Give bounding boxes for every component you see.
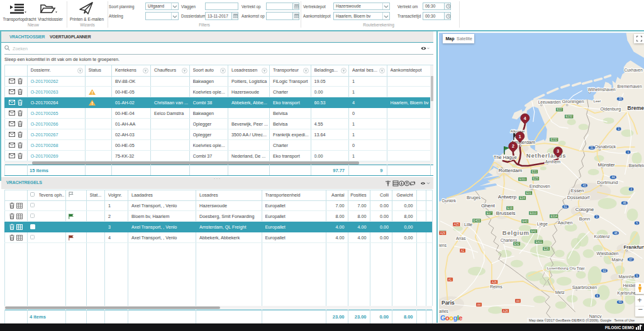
svg-text:A26: A26 bbox=[502, 309, 508, 312]
svg-text:E232: E232 bbox=[565, 115, 572, 118]
svg-text:A1: A1 bbox=[448, 278, 452, 281]
svg-text:Bremen: Bremen bbox=[627, 105, 644, 111]
svg-text:E313: E313 bbox=[530, 211, 536, 214]
svg-text:A4: A4 bbox=[477, 303, 480, 306]
svg-text:E411: E411 bbox=[535, 240, 542, 243]
svg-text:Leer: Leer bbox=[593, 99, 601, 103]
svg-text:Bielefeld: Bielefeld bbox=[628, 163, 644, 168]
svg-text:39: 39 bbox=[618, 97, 622, 100]
svg-text:Rotterdam: Rotterdam bbox=[498, 168, 522, 173]
svg-text:Bonn: Bonn bbox=[579, 215, 589, 221]
svg-text:Liège: Liège bbox=[536, 221, 547, 226]
svg-text:E22: E22 bbox=[557, 108, 562, 111]
svg-text:1: 1 bbox=[627, 150, 629, 153]
svg-text:63: 63 bbox=[602, 269, 606, 272]
svg-text:Essen: Essen bbox=[570, 187, 584, 193]
svg-text:Oldenburg: Oldenburg bbox=[600, 107, 621, 112]
svg-text:Antwerp: Antwerp bbox=[497, 193, 516, 199]
svg-text:E31: E31 bbox=[531, 170, 537, 173]
svg-text:43: 43 bbox=[582, 183, 586, 187]
svg-text:Aachen: Aachen bbox=[557, 220, 572, 224]
svg-text:Düsseldorf: Düsseldorf bbox=[567, 194, 590, 200]
svg-text:Wilhelmshaven: Wilhelmshaven bbox=[587, 87, 615, 92]
svg-text:The Hague: The Hague bbox=[493, 155, 516, 160]
svg-text:3: 3 bbox=[596, 215, 597, 218]
svg-text:3: 3 bbox=[557, 149, 559, 153]
svg-text:Wiesbaden: Wiesbaden bbox=[596, 251, 618, 255]
svg-text:Bruges: Bruges bbox=[466, 195, 480, 200]
svg-text:4: 4 bbox=[523, 116, 526, 120]
svg-text:A26: A26 bbox=[491, 280, 497, 283]
svg-text:45: 45 bbox=[623, 201, 626, 204]
svg-text:1: 1 bbox=[518, 134, 521, 138]
svg-text:Bremerhaven: Bremerhaven bbox=[617, 84, 641, 89]
svg-text:Luxembourg City: Luxembourg City bbox=[547, 265, 576, 269]
svg-text:A25: A25 bbox=[453, 222, 459, 225]
svg-text:E311: E311 bbox=[519, 177, 526, 180]
svg-text:A1: A1 bbox=[460, 249, 464, 252]
svg-text:2: 2 bbox=[630, 187, 632, 190]
svg-text:5: 5 bbox=[636, 221, 638, 224]
svg-text:iens: iens bbox=[439, 242, 447, 247]
svg-text:Saarbrücken: Saarbrücken bbox=[572, 285, 597, 289]
svg-text:48: 48 bbox=[614, 231, 618, 234]
svg-text:67: 67 bbox=[629, 258, 633, 261]
svg-text:Mainz: Mainz bbox=[611, 257, 623, 261]
svg-text:Karlsruhe: Karlsruhe bbox=[617, 290, 636, 295]
svg-text:E17: E17 bbox=[486, 211, 492, 214]
svg-text:A4: A4 bbox=[516, 299, 519, 302]
svg-text:Trier: Trier bbox=[576, 266, 585, 270]
svg-text:44: 44 bbox=[611, 175, 615, 178]
svg-text:E314: E314 bbox=[550, 214, 557, 217]
svg-text:Lille: Lille bbox=[464, 221, 472, 227]
svg-text:A29: A29 bbox=[440, 231, 445, 234]
svg-text:Metz: Metz bbox=[555, 290, 565, 294]
svg-text:Brussels: Brussels bbox=[496, 210, 515, 215]
svg-text:Belgium: Belgium bbox=[502, 229, 529, 236]
svg-text:1: 1 bbox=[618, 127, 619, 130]
svg-text:E232: E232 bbox=[550, 138, 557, 141]
svg-text:Paris: Paris bbox=[441, 299, 454, 305]
svg-text:Ghent: Ghent bbox=[480, 202, 494, 208]
svg-text:E42: E42 bbox=[514, 242, 519, 245]
svg-text:Cologne: Cologne bbox=[575, 206, 594, 212]
svg-text:Arnhem: Arnhem bbox=[545, 160, 560, 164]
svg-text:Dortmund: Dortmund bbox=[597, 179, 618, 185]
svg-text:Eindhoven: Eindhoven bbox=[529, 183, 550, 188]
svg-text:6: 6 bbox=[596, 294, 598, 297]
svg-text:Groningen: Groningen bbox=[562, 99, 584, 104]
svg-text:Reims: Reims bbox=[489, 284, 502, 288]
svg-text:E42: E42 bbox=[531, 229, 536, 232]
svg-text:65: 65 bbox=[618, 300, 622, 303]
svg-text:5: 5 bbox=[636, 274, 638, 277]
svg-text:31: 31 bbox=[590, 146, 594, 149]
svg-text:2: 2 bbox=[511, 144, 514, 148]
svg-text:Dunkirk: Dunkirk bbox=[441, 198, 456, 202]
svg-text:E25: E25 bbox=[533, 176, 538, 180]
svg-text:E403: E403 bbox=[473, 219, 480, 222]
svg-text:Osnabrück: Osnabrück bbox=[594, 144, 616, 149]
svg-text:Cuxhaven: Cuxhaven bbox=[624, 68, 643, 72]
svg-text:ailles: ailles bbox=[439, 308, 449, 313]
svg-text:E31: E31 bbox=[526, 191, 531, 194]
svg-text:E34: E34 bbox=[519, 196, 525, 199]
svg-text:Leeuwarden: Leeuwarden bbox=[538, 100, 560, 104]
svg-text:61: 61 bbox=[564, 205, 567, 208]
svg-text:Frankfurt: Frankfurt bbox=[623, 244, 644, 249]
svg-text:Münster: Münster bbox=[597, 162, 614, 168]
svg-text:Koblenz: Koblenz bbox=[594, 234, 610, 238]
svg-text:E40: E40 bbox=[522, 219, 528, 222]
svg-text:E19: E19 bbox=[507, 206, 513, 209]
svg-text:Arras: Arras bbox=[455, 236, 465, 240]
svg-text:E25: E25 bbox=[543, 247, 549, 250]
